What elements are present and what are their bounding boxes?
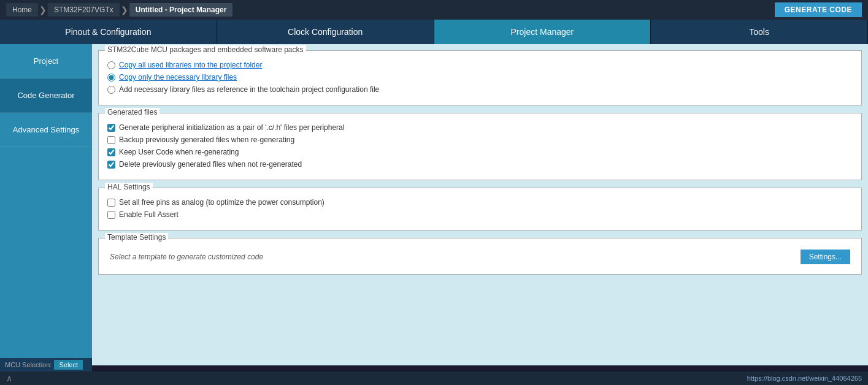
template-settings-button[interactable]: Settings... [801,250,850,264]
mcu-packages-group: STM32Cube MCU packages and embedded soft… [98,50,862,105]
hal-settings-legend: HAL Settings [105,183,153,191]
breadcrumb-project[interactable]: Untitled - Project Manager [129,3,233,17]
breadcrumb-arrow-1: ❯ [39,5,47,15]
bottom-mcu-bar: MCU Selection: Select [0,358,92,372]
template-placeholder: Select a template to generate customized… [110,253,263,261]
tab-clock[interactable]: Clock Configuration [217,20,434,44]
mcu-selection-label: MCU Selection: [5,361,52,368]
checkbox-delete-generated[interactable]: Delete previously generated files when n… [107,160,853,169]
mcu-packages-legend: STM32Cube MCU packages and embedded soft… [105,45,306,54]
content-area: STM32Cube MCU packages and embedded soft… [92,44,868,365]
breadcrumb: Home ❯ STM32F207VGTx ❯ Untitled - Projec… [6,3,232,17]
radio-copy-necessary[interactable]: Copy only the necessary library files [107,73,853,82]
status-arrows-icon: ∧ [6,373,12,383]
radio-add-reference[interactable]: Add necessary library files as reference… [107,85,853,94]
template-settings-legend: Template Settings [105,233,168,242]
status-bar-left: ∧ [6,373,12,383]
sidebar: Project Code Generator Advanced Settings [0,44,92,365]
hal-settings-group: HAL Settings Set all free pins as analog… [98,188,862,231]
mcu-select-button[interactable]: Select [54,360,83,370]
sidebar-item-advanced-settings[interactable]: Advanced Settings [0,113,92,147]
checkbox-enable-full-assert[interactable]: Enable Full Assert [107,210,853,219]
status-bar-url: https://blog.csdn.net/weixin_44064265 [747,375,862,382]
breadcrumb-home[interactable]: Home [6,3,38,17]
breadcrumb-mcu[interactable]: STM32F207VGTx [48,3,120,17]
main-layout: Project Code Generator Advanced Settings… [0,44,868,365]
template-settings-group: Template Settings Select a template to g… [98,238,862,275]
breadcrumb-arrow-2: ❯ [121,5,128,15]
tab-project-manager[interactable]: Project Manager [434,20,651,44]
generated-files-legend: Generated files [105,108,159,116]
template-row: Select a template to generate customized… [107,245,853,267]
generated-files-group: Generated files Generate peripheral init… [98,113,862,180]
checkbox-peripheral-init[interactable]: Generate peripheral initialization as a … [107,123,853,132]
tab-pinout[interactable]: Pinout & Configuration [0,20,217,44]
generate-code-button[interactable]: GENERATE CODE [775,2,862,17]
tab-bar: Pinout & Configuration Clock Configurati… [0,20,868,44]
sidebar-item-code-generator[interactable]: Code Generator [0,78,92,113]
status-bar: ∧ https://blog.csdn.net/weixin_44064265 [0,372,868,385]
checkbox-free-pins-analog[interactable]: Set all free pins as analog (to optimize… [107,198,853,207]
radio-copy-all[interactable]: Copy all used libraries into the project… [107,61,853,69]
checkbox-backup-files[interactable]: Backup previously generated files when r… [107,135,853,144]
top-bar: Home ❯ STM32F207VGTx ❯ Untitled - Projec… [0,0,868,20]
sidebar-item-project[interactable]: Project [0,44,92,78]
tab-tools[interactable]: Tools [651,20,868,44]
checkbox-keep-user-code[interactable]: Keep User Code when re-generating [107,148,853,156]
